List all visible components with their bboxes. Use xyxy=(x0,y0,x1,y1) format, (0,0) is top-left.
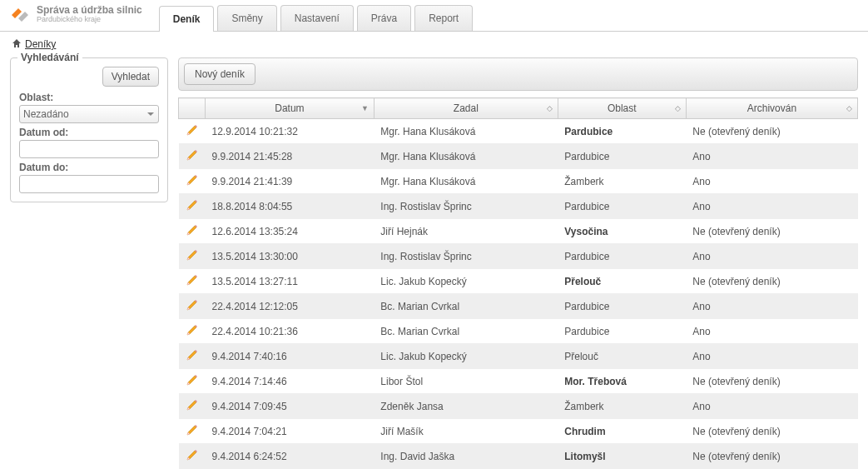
diary-table: Datum ▼ Zadal ◇ Oblast ◇ Archivován ◇ xyxy=(178,97,858,474)
content-area: Vyhledávání Vyhledat Oblast: Nezadáno Da… xyxy=(0,57,868,474)
sort-icon: ◇ xyxy=(675,104,681,112)
cell-datum: 9.4.2014 7:40:16 xyxy=(206,344,374,369)
table-row: 9.4.2014 7:40:16Lic. Jakub KopeckýPřelou… xyxy=(179,344,858,369)
edit-cell xyxy=(179,119,206,144)
cell-archivovan: Ano xyxy=(686,294,857,319)
table-row: 12.6.2014 13:35:24Jiří HejnákVysočinaNe … xyxy=(179,219,858,244)
oblast-label: Oblast: xyxy=(19,92,159,103)
breadcrumb-link[interactable]: Deníky xyxy=(25,38,56,50)
pencil-icon[interactable] xyxy=(186,123,199,139)
cell-archivovan: Ano xyxy=(686,394,857,419)
cell-zadal: Zdeněk Jansa xyxy=(374,394,558,419)
table-row: 22.4.2014 10:21:36Bc. Marian CvrkalPardu… xyxy=(179,319,858,344)
cell-datum: 9.4.2014 7:14:46 xyxy=(206,369,374,394)
cell-datum: 9.4.2014 7:09:45 xyxy=(206,394,374,419)
cell-datum: 9.4.2014 6:24:52 xyxy=(206,444,374,469)
cell-archivovan: Ne (otevřený deník) xyxy=(686,419,857,444)
pencil-icon[interactable] xyxy=(186,448,199,464)
cell-zadal: Ing. David Jaška xyxy=(374,444,558,469)
cell-archivovan: Ano xyxy=(686,194,857,219)
pencil-icon[interactable] xyxy=(186,198,199,214)
cell-datum: 8.4.2014 14:11:40 xyxy=(206,469,374,474)
cell-oblast: Pardubice xyxy=(558,294,686,319)
cell-oblast: Pardubice xyxy=(558,119,686,144)
cell-archivovan: Ne (otevřený deník) xyxy=(686,444,857,469)
col-archivovan[interactable]: Archivován ◇ xyxy=(686,98,857,119)
edit-cell xyxy=(179,369,206,394)
cell-datum: 9.9.2014 21:41:39 xyxy=(206,169,374,194)
col-zadal[interactable]: Zadal ◇ xyxy=(374,98,558,119)
sort-icon: ◇ xyxy=(846,104,852,112)
tab-nastavení[interactable]: Nastavení xyxy=(280,5,354,31)
tab-směny[interactable]: Směny xyxy=(217,5,276,31)
cell-oblast: Vysočina xyxy=(558,219,686,244)
logo-line2: Pardubického kraje xyxy=(37,16,142,24)
pencil-icon[interactable] xyxy=(186,348,199,364)
datum-od-input[interactable] xyxy=(19,140,159,158)
tab-bar: DeníkSměnyNastaveníPrávaReport xyxy=(159,5,473,31)
tab-report[interactable]: Report xyxy=(414,5,473,31)
search-button[interactable]: Vyhledat xyxy=(102,67,159,87)
edit-cell xyxy=(179,194,206,219)
pencil-icon[interactable] xyxy=(186,223,199,239)
edit-cell xyxy=(179,294,206,319)
logo-icon xyxy=(10,7,30,23)
pencil-icon[interactable] xyxy=(186,373,199,389)
datum-do-input[interactable] xyxy=(19,175,159,193)
cell-archivovan: Ne (otevřený deník) xyxy=(686,269,857,294)
datum-od-label: Datum od: xyxy=(19,127,159,138)
cell-zadal: Ing. Rostislav Šprinc xyxy=(374,194,558,219)
pencil-icon[interactable] xyxy=(186,148,199,164)
cell-datum: 13.5.2014 13:27:11 xyxy=(206,269,374,294)
pencil-icon[interactable] xyxy=(186,248,199,264)
cell-datum: 9.4.2014 7:04:21 xyxy=(206,419,374,444)
cell-oblast: Litomyšl xyxy=(558,444,686,469)
cell-archivovan: Ano xyxy=(686,344,857,369)
tab-práva[interactable]: Práva xyxy=(357,5,411,31)
edit-cell xyxy=(179,244,206,269)
cell-datum: 12.9.2014 10:21:32 xyxy=(206,119,374,144)
pencil-icon[interactable] xyxy=(186,273,199,289)
table-row: 9.9.2014 21:45:28Mgr. Hana KlusákováPard… xyxy=(179,144,858,169)
cell-archivovan: Ne (otevřený deník) xyxy=(686,219,857,244)
main-panel: Nový deník Datum ▼ Zadal ◇ Oblast ◇ xyxy=(178,57,858,474)
cell-datum: 12.6.2014 13:35:24 xyxy=(206,219,374,244)
cell-oblast: Pardubice xyxy=(558,194,686,219)
cell-oblast: Pardubice xyxy=(558,319,686,344)
cell-oblast: Pardubice xyxy=(558,469,686,474)
col-datum[interactable]: Datum ▼ xyxy=(206,98,374,119)
cell-oblast: Žamberk xyxy=(558,394,686,419)
pencil-icon[interactable] xyxy=(186,398,199,414)
pencil-icon[interactable] xyxy=(186,173,199,189)
pencil-icon[interactable] xyxy=(186,323,199,339)
col-oblast[interactable]: Oblast ◇ xyxy=(558,98,686,119)
breadcrumb: Deníky xyxy=(0,32,868,57)
cell-datum: 9.9.2014 21:45:28 xyxy=(206,144,374,169)
tab-deník[interactable]: Deník xyxy=(159,6,215,32)
edit-cell xyxy=(179,394,206,419)
cell-datum: 13.5.2014 13:30:00 xyxy=(206,244,374,269)
cell-zadal: Lic. Jakub Kopecký xyxy=(374,269,558,294)
search-title: Vyhledávání xyxy=(17,52,82,63)
sort-icon: ◇ xyxy=(547,104,553,112)
pencil-icon[interactable] xyxy=(186,298,199,314)
cell-oblast: Chrudim xyxy=(558,419,686,444)
cell-datum: 22.4.2014 10:21:36 xyxy=(206,319,374,344)
oblast-select-wrap: Nezadáno xyxy=(19,105,159,123)
app-header: Správa a údržba silnic Pardubického kraj… xyxy=(0,0,868,32)
sort-desc-icon: ▼ xyxy=(361,104,369,112)
cell-archivovan: Ano xyxy=(686,319,857,344)
edit-cell xyxy=(179,144,206,169)
table-row: 13.5.2014 13:30:00Ing. Rostislav ŠprincP… xyxy=(179,244,858,269)
cell-zadal: Mgr. Hana Klusáková xyxy=(374,144,558,169)
pencil-icon[interactable] xyxy=(186,423,199,439)
new-diary-button[interactable]: Nový deník xyxy=(184,63,255,85)
cell-archivovan: Ano xyxy=(686,469,857,474)
cell-zadal: Libor Štol xyxy=(374,369,558,394)
cell-zadal: Jiří Hejnák xyxy=(374,219,558,244)
datum-do-label: Datum do: xyxy=(19,162,159,173)
table-row: 9.4.2014 7:04:21Jiří MašíkChrudimNe (ote… xyxy=(179,419,858,444)
cell-archivovan: Ne (otevřený deník) xyxy=(686,369,857,394)
home-icon xyxy=(12,38,22,51)
oblast-select[interactable]: Nezadáno xyxy=(19,105,159,123)
